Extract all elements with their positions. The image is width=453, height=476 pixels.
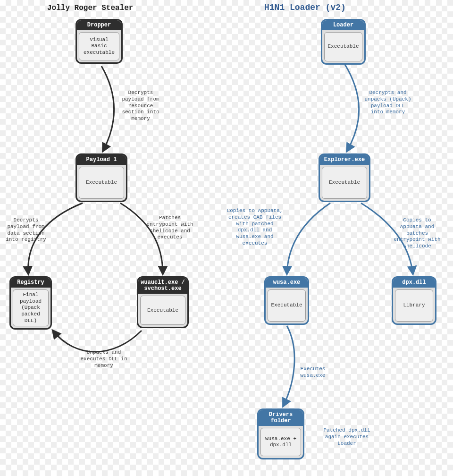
node-body: wusa.exe + dpx.dll: [260, 428, 301, 456]
diagram-title-right: H1N1 Loader (v2): [264, 3, 346, 12]
node-header: Dropper: [77, 20, 121, 30]
edge-label: Unpacks and executes DLL in memory: [76, 349, 132, 369]
edge-label: Copies to AppData, creates CAB files wit…: [226, 208, 283, 247]
node-body: Executable: [324, 32, 362, 61]
edge-label: Decrypts payload from resource section i…: [117, 90, 164, 122]
node-drivers: Drivers folder wusa.exe + dpx.dll: [257, 408, 304, 459]
edge-label: Decrypts payload from data section into …: [2, 217, 50, 243]
node-header: dpx.dll: [393, 278, 435, 288]
node-header: Drivers folder: [259, 410, 303, 426]
node-header: wusa.exe: [266, 278, 308, 288]
node-registry: Registry Final payload (Upack packed DLL…: [9, 276, 52, 330]
node-header: Registry: [11, 278, 50, 288]
node-body: Executable: [322, 167, 367, 199]
node-wuauclt: wuauclt.exe / svchost.exe Executable: [137, 276, 189, 328]
node-dpx: dpx.dll Library: [392, 276, 436, 325]
node-body: Final payload (Upack packed DLL): [13, 289, 49, 326]
diagram-title-left: Jolly Roger Stealer: [47, 4, 133, 12]
node-body: Library: [395, 289, 433, 322]
node-loader: Loader Executable: [321, 19, 366, 65]
edge-label: Executes wusa.exe: [294, 366, 332, 379]
node-header: wuauclt.exe / svchost.exe: [138, 278, 187, 294]
node-body: Executable: [140, 296, 185, 325]
node-body: Executable: [268, 289, 306, 322]
node-body: Visual Basic executable: [79, 32, 119, 60]
edge-label: Decrypts and unpacks (Upack) payload DLL…: [364, 90, 411, 116]
node-header: Explorer.exe: [320, 155, 369, 165]
node-body: Executable: [79, 167, 124, 199]
node-payload1: Payload 1 Executable: [76, 153, 127, 202]
edge-label: Copies to AppData and patches entrypoint…: [391, 217, 444, 250]
node-explorer: Explorer.exe Executable: [319, 153, 370, 202]
node-dropper: Dropper Visual Basic executable: [76, 19, 123, 64]
node-header: Payload 1: [77, 155, 126, 165]
edge-label: Patched dpx.dll again executes Loader: [321, 427, 373, 447]
edge-label: Patches entrypoint with shellcode and ex…: [146, 215, 193, 241]
node-header: Loader: [322, 20, 364, 30]
node-wusa: wusa.exe Executable: [264, 276, 309, 325]
